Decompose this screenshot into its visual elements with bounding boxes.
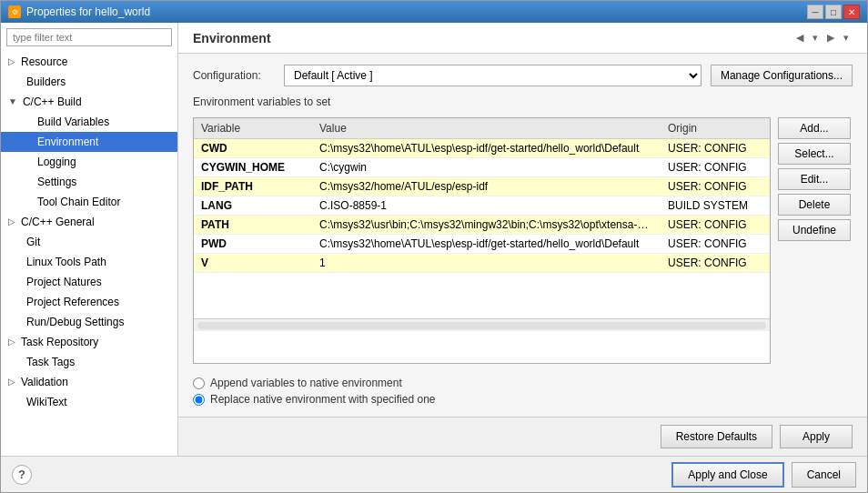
sidebar-item-label: Tool Chain Editor — [37, 194, 120, 210]
apply-and-close-button[interactable]: Apply and Close — [671, 462, 783, 488]
var-value-cell: C:\msys32\usr\bin;C:\msys32\mingw32\bin;… — [312, 216, 661, 235]
table-row[interactable]: V1USER: CONFIG — [194, 254, 770, 273]
panel-body: Configuration: Default [ Active ] Manage… — [178, 54, 867, 417]
sidebar-item-label: C/C++ Build — [23, 94, 82, 110]
sidebar-item-logging[interactable]: Logging — [1, 152, 177, 172]
sidebar-item-task-repository[interactable]: ▷ Task Repository — [1, 332, 177, 352]
env-table-wrapper: Variable Value Origin CWDC:\msys32\home\… — [193, 117, 771, 364]
dialog-footer: ? Apply and Close Cancel — [1, 456, 867, 492]
sidebar-item-label: WikiText — [26, 394, 67, 410]
minimize-button[interactable]: ─ — [807, 5, 823, 19]
table-row[interactable]: CWDC:\msys32\home\ATUL\esp\esp-idf/get-s… — [194, 139, 770, 158]
sidebar-item-label: Project Natures — [26, 274, 102, 290]
table-row[interactable]: CYGWIN_HOMEC:\cygwinUSER: CONFIG — [194, 158, 770, 177]
sidebar-item-cpp-build[interactable]: ▼ C/C++ Build — [1, 92, 177, 112]
panel-title: Environment — [193, 31, 271, 45]
var-value-cell: C.ISO-8859-1 — [312, 196, 661, 216]
sidebar-item-wikitext[interactable]: WikiText — [1, 392, 177, 412]
env-section-label: Environment variables to set — [193, 96, 853, 108]
sidebar-item-tool-chain-editor[interactable]: Tool Chain Editor — [1, 192, 177, 212]
sidebar-item-project-natures[interactable]: Project Natures — [1, 272, 177, 292]
var-name-cell: V — [194, 254, 312, 273]
table-row[interactable]: PWDC:\msys32\home\ATUL\esp\esp-idf/get-s… — [194, 235, 770, 254]
main-content: ▷ Resource Builders ▼ C/C++ Build Build … — [1, 23, 867, 456]
env-table: Variable Value Origin CWDC:\msys32\home\… — [194, 118, 770, 273]
expand-arrow: ▼ — [8, 94, 17, 110]
filter-input[interactable] — [6, 28, 172, 46]
col-header-value: Value — [312, 118, 661, 139]
properties-window: ⚙ Properties for hello_world ─ □ ✕ ▷ Res… — [0, 0, 868, 493]
var-value-cell: C:\msys32/home/ATUL/esp/esp-idf — [312, 177, 661, 196]
sidebar-item-label: Build Variables — [37, 114, 109, 130]
panel-header: Environment ◀ ▾ ▶ ▾ — [178, 23, 867, 54]
action-buttons-panel: Add... Select... Edit... Delete Undefine — [778, 117, 853, 364]
nav-dropdown[interactable]: ▾ — [809, 30, 822, 45]
sidebar-item-run-debug-settings[interactable]: Run/Debug Settings — [1, 312, 177, 332]
sidebar-item-build-variables[interactable]: Build Variables — [1, 112, 177, 132]
maximize-button[interactable]: □ — [825, 5, 842, 19]
undefine-button[interactable]: Undefine — [778, 219, 851, 241]
back-button[interactable]: ◀ — [792, 30, 807, 45]
forward-button[interactable]: ▶ — [823, 30, 838, 45]
title-bar: ⚙ Properties for hello_world ─ □ ✕ — [1, 1, 867, 23]
sidebar-item-cpp-general[interactable]: ▷ C/C++ General — [1, 212, 177, 232]
sidebar-item-project-references[interactable]: Project References — [1, 292, 177, 312]
var-name-cell: CYGWIN_HOME — [194, 158, 312, 177]
sidebar-item-label: Project References — [26, 294, 119, 310]
help-button[interactable]: ? — [12, 465, 32, 485]
var-origin-cell: USER: CONFIG — [661, 216, 770, 235]
table-header-row: Variable Value Origin — [194, 118, 770, 139]
delete-button[interactable]: Delete — [778, 194, 851, 216]
var-value-cell: C:\msys32\home\ATUL\esp\esp-idf/get-star… — [312, 139, 661, 158]
manage-configurations-button[interactable]: Manage Configurations... — [711, 65, 853, 86]
var-name-cell: IDF_PATH — [194, 177, 312, 196]
expand-arrow: ▷ — [8, 54, 15, 70]
env-table-container[interactable]: Variable Value Origin CWDC:\msys32\home\… — [194, 118, 770, 318]
var-name-cell: LANG — [194, 196, 312, 216]
sidebar-item-label: Builders — [26, 74, 66, 90]
table-row[interactable]: PATHC:\msys32\usr\bin;C:\msys32\mingw32\… — [194, 216, 770, 235]
expand-arrow: ▷ — [8, 374, 15, 390]
add-button[interactable]: Add... — [778, 117, 851, 139]
sidebar-item-label: Resource — [21, 54, 67, 70]
sidebar-item-settings[interactable]: Settings — [1, 172, 177, 192]
forward-dropdown[interactable]: ▾ — [840, 30, 853, 45]
restore-defaults-button[interactable]: Restore Defaults — [661, 425, 772, 448]
sidebar-item-label: C/C++ General — [21, 214, 95, 230]
sidebar-item-resource[interactable]: ▷ Resource — [1, 52, 177, 72]
cancel-button[interactable]: Cancel — [792, 462, 856, 488]
sidebar-item-validation[interactable]: ▷ Validation — [1, 372, 177, 392]
sidebar-item-task-tags[interactable]: Task Tags — [1, 352, 177, 372]
table-row[interactable]: IDF_PATHC:\msys32/home/ATUL/esp/esp-idfU… — [194, 177, 770, 196]
horizontal-scrollbar[interactable] — [194, 318, 770, 331]
configuration-select[interactable]: Default [ Active ] — [284, 65, 701, 86]
bottom-buttons: Restore Defaults Apply — [178, 417, 867, 456]
select-button[interactable]: Select... — [778, 143, 851, 165]
sidebar-item-label: Validation — [21, 374, 68, 390]
close-button[interactable]: ✕ — [843, 5, 860, 19]
edit-button[interactable]: Edit... — [778, 168, 851, 190]
sidebar-item-label: Logging — [37, 154, 76, 170]
sidebar-item-builders[interactable]: Builders — [1, 72, 177, 92]
window-controls: ─ □ ✕ — [807, 5, 860, 19]
col-header-origin: Origin — [661, 118, 770, 139]
sidebar-item-git[interactable]: Git — [1, 232, 177, 252]
append-radio[interactable] — [193, 377, 205, 389]
app-icon: ⚙ — [8, 5, 21, 18]
var-name-cell: PATH — [194, 216, 312, 235]
table-row[interactable]: LANGC.ISO-8859-1BUILD SYSTEM — [194, 196, 770, 216]
var-origin-cell: USER: CONFIG — [661, 235, 770, 254]
replace-radio[interactable] — [193, 394, 205, 406]
var-origin-cell: BUILD SYSTEM — [661, 196, 770, 216]
apply-button[interactable]: Apply — [780, 425, 853, 448]
expand-arrow: ▷ — [8, 334, 15, 350]
main-panel: Environment ◀ ▾ ▶ ▾ Configuration: Defau… — [178, 23, 867, 456]
var-value-cell: 1 — [312, 254, 661, 273]
var-origin-cell: USER: CONFIG — [661, 139, 770, 158]
tree: ▷ Resource Builders ▼ C/C++ Build Build … — [1, 52, 177, 456]
sidebar-item-linux-tools-path[interactable]: Linux Tools Path — [1, 252, 177, 272]
sidebar-item-label: Git — [26, 234, 40, 250]
append-radio-row: Append variables to native environment — [193, 377, 853, 389]
sidebar-item-environment[interactable]: Environment — [1, 132, 177, 152]
sidebar-item-label: Run/Debug Settings — [26, 314, 124, 330]
